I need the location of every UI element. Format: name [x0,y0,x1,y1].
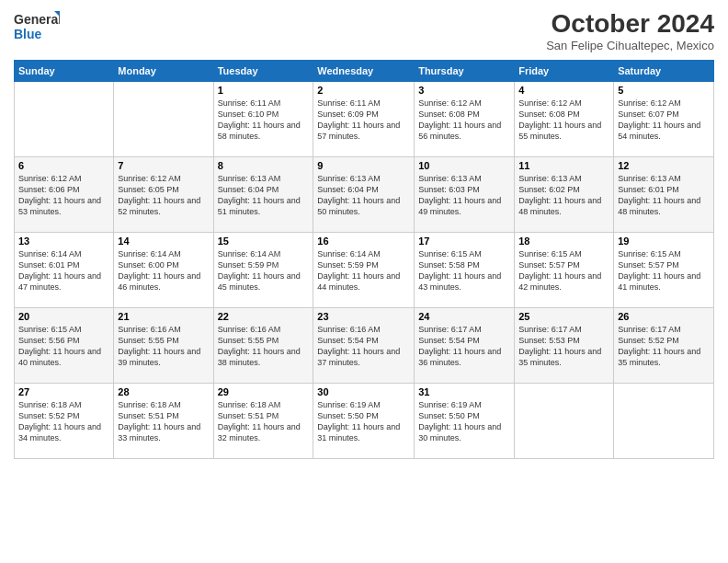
calendar-cell: 15 Sunrise: 6:14 AM Sunset: 5:59 PM Dayl… [213,233,313,308]
calendar-cell: 4 Sunrise: 6:12 AM Sunset: 6:08 PM Dayli… [515,82,614,157]
daylight-label: Daylight: 11 hours and 58 minutes. [218,121,301,141]
sunset-label: Sunset: 5:56 PM [18,336,80,345]
col-header-sunday: Sunday [15,61,114,82]
calendar-header-row: SundayMondayTuesdayWednesdayThursdayFrid… [15,61,714,82]
day-info: Sunrise: 6:15 AM Sunset: 5:58 PM Dayligh… [418,248,510,293]
sunset-label: Sunset: 5:57 PM [618,260,679,270]
day-number: 31 [418,386,510,397]
col-header-wednesday: Wednesday [313,61,415,82]
col-header-tuesday: Tuesday [213,61,313,82]
day-info: Sunrise: 6:15 AM Sunset: 5:57 PM Dayligh… [618,248,710,293]
sunrise-label: Sunrise: 6:14 AM [218,249,281,259]
sunrise-label: Sunrise: 6:18 AM [18,400,82,409]
day-number: 23 [317,311,410,322]
day-info: Sunrise: 6:12 AM Sunset: 6:06 PM Dayligh… [18,173,109,218]
sunrise-label: Sunrise: 6:13 AM [317,174,381,183]
day-number: 16 [317,236,410,247]
daylight-label: Daylight: 11 hours and 43 minutes. [418,271,501,292]
daylight-label: Daylight: 11 hours and 44 minutes. [317,271,400,292]
daylight-label: Daylight: 11 hours and 36 minutes. [418,347,501,367]
daylight-label: Daylight: 11 hours and 31 minutes. [317,422,400,442]
sunset-label: Sunset: 5:52 PM [618,336,679,345]
daylight-label: Daylight: 11 hours and 57 minutes. [317,121,400,141]
page: General Blue October 2024 San Felipe Cih… [0,0,728,563]
day-number: 9 [317,160,410,171]
sunrise-label: Sunrise: 6:17 AM [418,325,482,334]
day-number: 19 [618,236,710,247]
week-row-1: 6 Sunrise: 6:12 AM Sunset: 6:06 PM Dayli… [15,157,714,233]
location: San Felipe Cihualtepec, Mexico [546,39,714,52]
day-info: Sunrise: 6:13 AM Sunset: 6:01 PM Dayligh… [618,173,710,218]
calendar-cell [614,384,714,459]
calendar-cell: 21 Sunrise: 6:16 AM Sunset: 5:55 PM Dayl… [114,308,213,384]
day-number: 8 [218,160,310,171]
sunset-label: Sunset: 5:55 PM [218,336,279,345]
day-info: Sunrise: 6:12 AM Sunset: 6:07 PM Dayligh… [618,98,710,143]
day-number: 13 [18,236,109,247]
sunrise-label: Sunrise: 6:12 AM [618,98,681,108]
sunrise-label: Sunrise: 6:15 AM [618,249,681,259]
day-info: Sunrise: 6:17 AM Sunset: 5:54 PM Dayligh… [418,324,510,369]
calendar-cell: 25 Sunrise: 6:17 AM Sunset: 5:53 PM Dayl… [515,308,614,384]
sunset-label: Sunset: 6:04 PM [218,185,279,194]
day-info: Sunrise: 6:15 AM Sunset: 5:56 PM Dayligh… [18,324,109,369]
calendar-cell: 30 Sunrise: 6:19 AM Sunset: 5:50 PM Dayl… [313,384,415,459]
sunrise-label: Sunrise: 6:12 AM [518,98,582,108]
daylight-label: Daylight: 11 hours and 46 minutes. [118,271,200,292]
sunset-label: Sunset: 6:01 PM [618,185,679,194]
daylight-label: Daylight: 11 hours and 52 minutes. [118,196,200,216]
sunrise-label: Sunrise: 6:19 AM [317,400,381,409]
sunrise-label: Sunrise: 6:13 AM [518,174,582,183]
sunrise-label: Sunrise: 6:15 AM [418,249,482,259]
calendar-cell: 6 Sunrise: 6:12 AM Sunset: 6:06 PM Dayli… [15,157,114,233]
calendar-cell: 11 Sunrise: 6:13 AM Sunset: 6:02 PM Dayl… [515,157,614,233]
sunset-label: Sunset: 6:08 PM [418,109,480,119]
calendar-cell: 26 Sunrise: 6:17 AM Sunset: 5:52 PM Dayl… [614,308,714,384]
calendar-cell [114,82,213,157]
sunset-label: Sunset: 5:54 PM [418,336,480,345]
calendar-cell: 19 Sunrise: 6:15 AM Sunset: 5:57 PM Dayl… [614,233,714,308]
day-info: Sunrise: 6:11 AM Sunset: 6:09 PM Dayligh… [317,98,410,143]
day-info: Sunrise: 6:14 AM Sunset: 6:01 PM Dayligh… [18,248,109,293]
calendar-cell: 13 Sunrise: 6:14 AM Sunset: 6:01 PM Dayl… [15,233,114,308]
sunset-label: Sunset: 6:10 PM [218,109,279,119]
day-number: 5 [618,85,710,96]
sunrise-label: Sunrise: 6:12 AM [418,98,482,108]
sunrise-label: Sunrise: 6:16 AM [218,325,281,334]
title-area: October 2024 San Felipe Cihualtepec, Mex… [546,9,714,52]
calendar-table: SundayMondayTuesdayWednesdayThursdayFrid… [14,60,714,459]
day-number: 28 [118,386,209,397]
daylight-label: Daylight: 11 hours and 42 minutes. [518,271,601,292]
sunrise-label: Sunrise: 6:11 AM [218,98,281,108]
calendar-cell: 31 Sunrise: 6:19 AM Sunset: 5:50 PM Dayl… [415,384,515,459]
logo-svg: General Blue [14,9,60,44]
daylight-label: Daylight: 11 hours and 47 minutes. [18,271,101,292]
sunrise-label: Sunrise: 6:11 AM [317,98,381,108]
day-info: Sunrise: 6:13 AM Sunset: 6:03 PM Dayligh… [418,173,510,218]
sunrise-label: Sunrise: 6:14 AM [317,249,381,259]
day-info: Sunrise: 6:18 AM Sunset: 5:52 PM Dayligh… [18,399,109,444]
daylight-label: Daylight: 11 hours and 56 minutes. [418,121,501,141]
week-row-2: 13 Sunrise: 6:14 AM Sunset: 6:01 PM Dayl… [15,233,714,308]
col-header-thursday: Thursday [415,61,515,82]
sunset-label: Sunset: 6:08 PM [518,109,580,119]
month-title: October 2024 [546,9,714,39]
day-info: Sunrise: 6:18 AM Sunset: 5:51 PM Dayligh… [218,399,310,444]
day-number: 14 [118,236,209,247]
sunset-label: Sunset: 6:06 PM [18,185,80,194]
calendar-cell: 7 Sunrise: 6:12 AM Sunset: 6:05 PM Dayli… [114,157,213,233]
col-header-friday: Friday [515,61,614,82]
sunset-label: Sunset: 5:52 PM [18,411,80,420]
week-row-3: 20 Sunrise: 6:15 AM Sunset: 5:56 PM Dayl… [15,308,714,384]
day-info: Sunrise: 6:13 AM Sunset: 6:02 PM Dayligh… [518,173,609,218]
logo: General Blue [14,9,60,44]
calendar-cell: 3 Sunrise: 6:12 AM Sunset: 6:08 PM Dayli… [415,82,515,157]
sunset-label: Sunset: 6:07 PM [618,109,679,119]
svg-text:Blue: Blue [14,27,42,41]
sunset-label: Sunset: 5:50 PM [418,411,480,420]
sunset-label: Sunset: 5:55 PM [118,336,179,345]
calendar-cell: 29 Sunrise: 6:18 AM Sunset: 5:51 PM Dayl… [213,384,313,459]
day-info: Sunrise: 6:17 AM Sunset: 5:52 PM Dayligh… [618,324,710,369]
sunrise-label: Sunrise: 6:13 AM [218,174,281,183]
day-info: Sunrise: 6:11 AM Sunset: 6:10 PM Dayligh… [218,98,310,143]
